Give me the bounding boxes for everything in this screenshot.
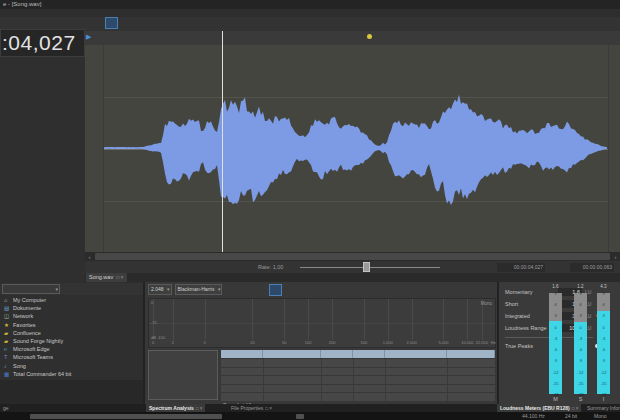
tab-explorer-partial[interactable]: ge bbox=[0, 404, 12, 412]
repeat-icon[interactable] bbox=[94, 18, 105, 28]
tree-item[interactable]: ℮ Microsoft Edge bbox=[0, 345, 143, 353]
mic-icon[interactable] bbox=[369, 285, 380, 295]
fft-size-select[interactable]: 2.048▾ bbox=[148, 284, 172, 295]
tab-close-icon[interactable]: □ × bbox=[265, 406, 272, 411]
tree-item[interactable]: ▰ Confluence bbox=[0, 329, 143, 337]
tab-file-properties[interactable]: File Properties□ × bbox=[228, 404, 275, 412]
next-marker-icon[interactable] bbox=[313, 18, 324, 28]
snapshot-table-rows: Active:Snapshot #1:Snapshot #2:Snapshot … bbox=[221, 359, 495, 402]
tree-item[interactable]: ★ Favorites bbox=[0, 321, 143, 329]
tree-item[interactable]: ▰ Sound Forge Nightly bbox=[0, 337, 143, 345]
time-ruler[interactable]: ▶ bbox=[85, 31, 620, 46]
table-row[interactable]: Snapshot #1: bbox=[221, 368, 495, 376]
pan-tool-icon[interactable] bbox=[152, 18, 163, 28]
prev-marker-icon[interactable] bbox=[301, 18, 312, 28]
play-icon[interactable] bbox=[208, 262, 220, 272]
snapshot-4-icon[interactable] bbox=[347, 285, 358, 295]
tab-close-icon[interactable]: □ × bbox=[196, 406, 203, 411]
snapshot-1-icon[interactable] bbox=[314, 285, 325, 295]
edit-tool-icon[interactable] bbox=[106, 18, 117, 28]
rewind-icon[interactable] bbox=[278, 18, 289, 28]
redo-icon[interactable] bbox=[248, 285, 259, 295]
table-row[interactable]: Snapshot #3: bbox=[221, 385, 495, 393]
record-icon[interactable] bbox=[175, 18, 186, 28]
normal-display-icon[interactable] bbox=[270, 285, 281, 295]
tab-spectrum-analysis[interactable]: Spectrum Analysis□ × bbox=[146, 404, 205, 412]
table-header-cell[interactable] bbox=[385, 350, 447, 358]
go-to-start-icon[interactable] bbox=[255, 18, 266, 28]
sonogram-display-icon[interactable] bbox=[281, 285, 292, 295]
hold-peaks-icon[interactable] bbox=[259, 285, 270, 295]
play-all-icon[interactable] bbox=[209, 18, 220, 28]
pause-icon[interactable] bbox=[232, 18, 243, 28]
document-tab-song[interactable]: Song.wav□ × bbox=[86, 273, 127, 282]
scroll-left-icon[interactable]: ‹ bbox=[85, 254, 94, 260]
paste-icon[interactable] bbox=[25, 18, 36, 28]
mix-icon[interactable] bbox=[37, 18, 48, 28]
table-row[interactable]: Snapshot #4: bbox=[221, 393, 495, 401]
waveform-canvas[interactable] bbox=[85, 45, 620, 252]
table-header-cell[interactable] bbox=[321, 350, 353, 358]
tree-item[interactable]: ◫ Network bbox=[0, 312, 143, 320]
tab-close-icon[interactable]: □ × bbox=[572, 406, 579, 411]
tab-loudness-meters[interactable]: Loudness Meters (EBU R128)□ × bbox=[497, 404, 581, 412]
yellow-marker-icon[interactable] bbox=[367, 34, 372, 39]
snapshot-2-icon[interactable] bbox=[325, 285, 336, 295]
crossfade-icon[interactable] bbox=[48, 18, 59, 28]
input-monitor-icon[interactable] bbox=[186, 18, 197, 28]
table-header-cell[interactable] bbox=[221, 350, 263, 358]
undo-icon[interactable] bbox=[237, 285, 248, 295]
tree-item[interactable]: ⌂ My Computer bbox=[0, 296, 143, 304]
stop-icon[interactable] bbox=[244, 18, 255, 28]
rate-slider-thumb[interactable] bbox=[363, 262, 370, 272]
forward-icon[interactable] bbox=[290, 18, 301, 28]
pencil-tool-icon[interactable] bbox=[129, 18, 140, 28]
redo-icon[interactable] bbox=[83, 18, 94, 28]
table-header-cell[interactable] bbox=[447, 350, 495, 358]
meter-scale-number: -12 bbox=[574, 369, 587, 374]
meter-readout: 1.6 bbox=[549, 284, 562, 289]
spectrum-graph[interactable]: 0 2 5 20 50 100 200 bbox=[148, 298, 496, 348]
tab-summary-information[interactable]: Summary Informa bbox=[584, 404, 620, 412]
table-header-cell[interactable] bbox=[353, 350, 385, 358]
status-mini-box bbox=[296, 414, 304, 419]
undo-icon[interactable] bbox=[71, 18, 82, 28]
paint-tool-icon[interactable] bbox=[163, 18, 174, 28]
envelope-tool-icon[interactable] bbox=[140, 18, 151, 28]
tab-close-icon[interactable]: □ × bbox=[116, 274, 123, 280]
meter-scale-number: 3 bbox=[549, 313, 562, 318]
tree-item[interactable]: T Microsoft Teams bbox=[0, 353, 143, 361]
go-to-end-icon[interactable] bbox=[160, 262, 172, 272]
loop-playback-icon[interactable] bbox=[198, 18, 209, 28]
tree-item[interactable]: ▦ Total Commander 64 bit bbox=[0, 370, 143, 378]
window-function-select[interactable]: Blackman-Harris▾ bbox=[175, 284, 223, 295]
scrollbar-thumb[interactable] bbox=[95, 253, 610, 260]
horizontal-scrollbar[interactable]: ‹ › bbox=[85, 252, 620, 261]
stop-icon[interactable] bbox=[184, 262, 196, 272]
waveform bbox=[103, 45, 608, 252]
playhead-cursor[interactable] bbox=[222, 31, 223, 252]
scroll-right-icon[interactable]: › bbox=[611, 254, 620, 260]
record-snapshot-icon[interactable] bbox=[292, 285, 303, 295]
table-row[interactable]: Active: bbox=[221, 359, 495, 367]
record-icon[interactable] bbox=[112, 262, 124, 272]
trim-icon[interactable] bbox=[2, 18, 13, 28]
table-row[interactable]: Snapshot #2: bbox=[221, 376, 495, 384]
rate-slider-track[interactable] bbox=[300, 267, 440, 268]
playlist-icon[interactable] bbox=[88, 262, 100, 272]
cut-icon[interactable] bbox=[60, 18, 71, 28]
table-header-cell[interactable] bbox=[263, 350, 321, 358]
erase-icon[interactable] bbox=[358, 285, 369, 295]
loop-icon[interactable] bbox=[232, 262, 244, 272]
explorer-path-combobox[interactable]: ▾ bbox=[2, 284, 60, 294]
snapshot-active-icon[interactable] bbox=[303, 285, 314, 295]
magnify-tool-icon[interactable] bbox=[117, 18, 128, 28]
copy-icon[interactable] bbox=[14, 18, 25, 28]
tree-item[interactable]: ♪ Song bbox=[0, 362, 143, 370]
tree-item[interactable]: ▤ Dokumente bbox=[0, 304, 143, 312]
go-to-start-icon[interactable] bbox=[136, 262, 148, 272]
settings-icon[interactable] bbox=[226, 285, 237, 295]
play-icon[interactable] bbox=[221, 18, 232, 28]
snapshot-3-icon[interactable] bbox=[336, 285, 347, 295]
go-to-end-icon[interactable] bbox=[267, 18, 278, 28]
